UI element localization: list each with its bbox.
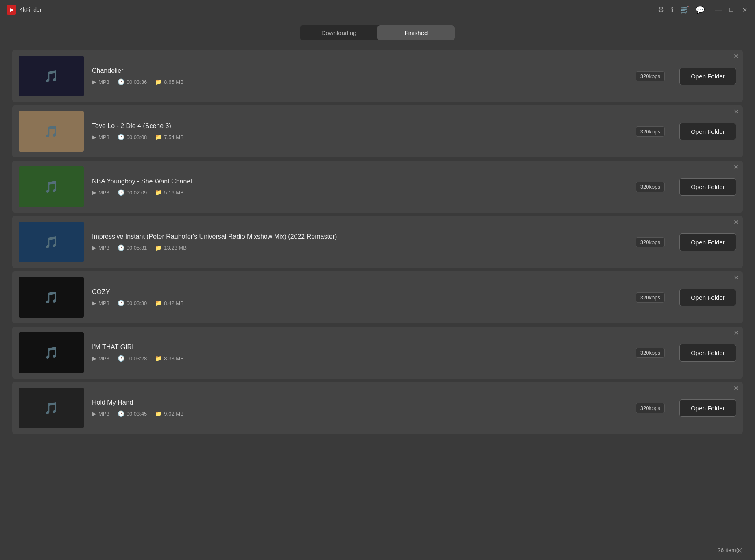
folder-icon: 📁 xyxy=(155,244,162,251)
track-thumbnail: 🎵 xyxy=(19,332,84,373)
list-item: 🎵 Chandelier ▶ MP3 🕐 00:03:36 📁 8.65 MB … xyxy=(12,50,743,102)
remove-track-button[interactable]: ✕ xyxy=(733,385,739,392)
maximize-button[interactable]: □ xyxy=(727,6,735,14)
track-format: ▶ MP3 xyxy=(92,410,109,417)
duration-label: 00:03:08 xyxy=(127,134,147,140)
track-thumbnail: 🎵 xyxy=(19,56,84,96)
open-folder-button[interactable]: Open Folder xyxy=(679,178,736,196)
app-logo: ▶ xyxy=(7,5,16,15)
track-size: 📁 9.02 MB xyxy=(155,410,183,417)
format-label: MP3 xyxy=(98,190,109,196)
minimize-button[interactable]: — xyxy=(714,6,722,14)
duration-label: 00:03:28 xyxy=(127,355,147,362)
thumbnail-icon: 🎵 xyxy=(19,166,84,207)
quality-badge: 320kbps xyxy=(636,348,665,358)
folder-icon: 📁 xyxy=(155,78,162,85)
track-info: I'M THAT GIRL ▶ MP3 🕐 00:03:28 📁 8.33 MB xyxy=(92,344,628,362)
settings-icon[interactable]: ⚙ xyxy=(658,5,664,14)
track-duration: 🕐 00:03:36 xyxy=(118,78,147,85)
item-count: 26 item(s) xyxy=(718,547,743,553)
format-icon: ▶ xyxy=(92,78,96,85)
track-format: ▶ MP3 xyxy=(92,78,109,85)
remove-track-button[interactable]: ✕ xyxy=(733,109,739,115)
tab-downloading[interactable]: Downloading xyxy=(300,25,378,40)
list-item: 🎵 COZY ▶ MP3 🕐 00:03:30 📁 8.42 MB 320kbp… xyxy=(12,271,743,323)
format-label: MP3 xyxy=(98,300,109,306)
clock-icon: 🕐 xyxy=(118,410,124,417)
close-window-button[interactable]: ✕ xyxy=(740,6,748,14)
open-folder-button[interactable]: Open Folder xyxy=(679,289,736,306)
duration-label: 00:03:45 xyxy=(127,411,147,417)
track-meta: ▶ MP3 🕐 00:03:28 📁 8.33 MB xyxy=(92,355,628,362)
track-size: 📁 7.54 MB xyxy=(155,134,183,140)
track-format: ▶ MP3 xyxy=(92,244,109,251)
list-item: 🎵 NBA Youngboy - She Want Chanel ▶ MP3 🕐… xyxy=(12,161,743,213)
size-label: 7.54 MB xyxy=(164,134,183,140)
quality-badge: 320kbps xyxy=(636,71,665,81)
track-name: NBA Youngboy - She Want Chanel xyxy=(92,178,628,185)
quality-badge: 320kbps xyxy=(636,292,665,303)
thumbnail-icon: 🎵 xyxy=(19,388,84,428)
track-format: ▶ MP3 xyxy=(92,134,109,140)
tab-container: Downloading Finished xyxy=(300,25,455,40)
format-icon: ▶ xyxy=(92,410,96,417)
track-duration: 🕐 00:03:30 xyxy=(118,300,147,306)
clock-icon: 🕐 xyxy=(118,134,124,140)
track-duration: 🕐 00:03:28 xyxy=(118,355,147,362)
track-name: Tove Lo - 2 Die 4 (Scene 3) xyxy=(92,122,628,130)
remove-track-button[interactable]: ✕ xyxy=(733,275,739,281)
open-folder-button[interactable]: Open Folder xyxy=(679,68,736,85)
track-size: 📁 5.16 MB xyxy=(155,189,183,196)
track-meta: ▶ MP3 🕐 00:03:08 📁 7.54 MB xyxy=(92,134,628,140)
track-info: Hold My Hand ▶ MP3 🕐 00:03:45 📁 9.02 MB xyxy=(92,399,628,417)
open-folder-button[interactable]: Open Folder xyxy=(679,344,736,362)
track-thumbnail: 🎵 xyxy=(19,222,84,262)
open-folder-button[interactable]: Open Folder xyxy=(679,123,736,140)
format-icon: ▶ xyxy=(92,355,96,362)
track-meta: ▶ MP3 🕐 00:05:31 📁 13.23 MB xyxy=(92,244,628,251)
duration-label: 00:03:36 xyxy=(127,79,147,85)
track-name: Hold My Hand xyxy=(92,399,628,406)
thumbnail-icon: 🎵 xyxy=(19,56,84,96)
remove-track-button[interactable]: ✕ xyxy=(733,219,739,226)
track-meta: ▶ MP3 🕐 00:03:45 📁 9.02 MB xyxy=(92,410,628,417)
track-duration: 🕐 00:03:45 xyxy=(118,410,147,417)
tab-finished[interactable]: Finished xyxy=(378,25,455,40)
thumbnail-icon: 🎵 xyxy=(19,277,84,318)
size-label: 8.42 MB xyxy=(164,300,183,306)
folder-icon: 📁 xyxy=(155,300,162,306)
info-icon[interactable]: ℹ xyxy=(671,5,674,14)
track-thumbnail: 🎵 xyxy=(19,111,84,152)
format-label: MP3 xyxy=(98,134,109,140)
open-folder-button[interactable]: Open Folder xyxy=(679,233,736,251)
open-folder-button[interactable]: Open Folder xyxy=(679,399,736,417)
format-label: MP3 xyxy=(98,411,109,417)
track-thumbnail: 🎵 xyxy=(19,277,84,318)
size-label: 13.23 MB xyxy=(164,245,187,251)
title-bar-left: ▶ 4kFinder xyxy=(7,5,41,15)
thumbnail-icon: 🎵 xyxy=(19,222,84,262)
window-controls: — □ ✕ xyxy=(714,6,748,14)
duration-label: 00:02:09 xyxy=(127,190,147,196)
cart-icon[interactable]: 🛒 xyxy=(680,5,689,14)
folder-icon: 📁 xyxy=(155,134,162,140)
track-name: I'M THAT GIRL xyxy=(92,344,628,351)
track-info: Chandelier ▶ MP3 🕐 00:03:36 📁 8.65 MB xyxy=(92,67,628,85)
folder-icon: 📁 xyxy=(155,355,162,362)
remove-track-button[interactable]: ✕ xyxy=(733,53,739,60)
folder-icon: 📁 xyxy=(155,189,162,196)
quality-badge: 320kbps xyxy=(636,237,665,247)
track-meta: ▶ MP3 🕐 00:03:30 📁 8.42 MB xyxy=(92,300,628,306)
app-title: 4kFinder xyxy=(20,7,41,13)
format-label: MP3 xyxy=(98,79,109,85)
chat-icon[interactable]: 💬 xyxy=(696,5,705,14)
remove-track-button[interactable]: ✕ xyxy=(733,164,739,170)
size-label: 8.65 MB xyxy=(164,79,183,85)
track-size: 📁 8.65 MB xyxy=(155,78,183,85)
remove-track-button[interactable]: ✕ xyxy=(733,330,739,336)
tab-bar: Downloading Finished xyxy=(0,20,755,46)
track-info: Impressive Instant (Peter Rauhofer's Uni… xyxy=(92,233,628,251)
track-duration: 🕐 00:03:08 xyxy=(118,134,147,140)
folder-icon: 📁 xyxy=(155,410,162,417)
track-size: 📁 13.23 MB xyxy=(155,244,187,251)
